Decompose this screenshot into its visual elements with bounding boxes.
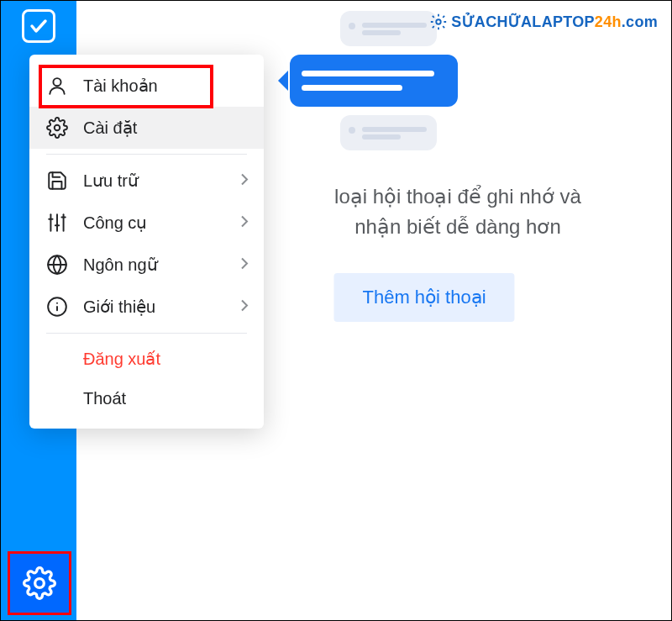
- menu-label: Lưu trữ: [83, 171, 139, 191]
- menu-item-account[interactable]: Tài khoản: [29, 65, 264, 107]
- gear-icon: [46, 117, 68, 139]
- menu-label: Công cụ: [83, 213, 147, 233]
- gear-icon: [23, 566, 56, 600]
- menu-item-storage[interactable]: Lưu trữ: [29, 160, 264, 202]
- info-icon: [46, 296, 68, 318]
- menu-item-settings[interactable]: Cài đặt: [29, 107, 264, 149]
- svg-point-3: [55, 125, 60, 131]
- main-description: loại hội thoại để ghi nhớ và nhận biết d…: [261, 182, 654, 242]
- watermark: SỬACHỮALAPTOP24h.com: [429, 13, 658, 31]
- menu-label: Tài khoản: [83, 76, 158, 96]
- menu-label: Đăng xuất: [83, 349, 160, 369]
- chevron-right-icon: [240, 213, 249, 233]
- save-icon: [46, 170, 68, 192]
- sidebar-settings-button[interactable]: [8, 551, 71, 615]
- svg-point-2: [53, 78, 60, 86]
- add-conversation-button[interactable]: Thêm hội thoại: [333, 273, 514, 322]
- svg-point-1: [437, 19, 442, 24]
- menu-label: Cài đặt: [83, 118, 137, 138]
- menu-item-exit[interactable]: Thoát: [29, 379, 264, 418]
- globe-icon: [46, 254, 68, 276]
- menu-label: Giới thiệu: [83, 297, 155, 317]
- watermark-gear-icon: [429, 13, 448, 31]
- chevron-right-icon: [240, 171, 249, 191]
- menu-item-tools[interactable]: Công cụ: [29, 202, 264, 244]
- divider: [46, 333, 247, 334]
- menu-item-about[interactable]: Giới thiệu: [29, 286, 264, 328]
- chevron-right-icon: [240, 297, 249, 317]
- svg-point-0: [35, 579, 45, 588]
- menu-label: Thoát: [83, 389, 126, 408]
- sidebar-check-icon[interactable]: [22, 9, 55, 43]
- menu-item-language[interactable]: Ngôn ngữ: [29, 244, 264, 286]
- main-desc-line1: loại hội thoại để ghi nhớ và: [261, 182, 654, 212]
- menu-item-logout[interactable]: Đăng xuất: [29, 339, 264, 379]
- chevron-right-icon: [240, 255, 249, 275]
- sliders-icon: [46, 212, 68, 234]
- main-desc-line2: nhận biết dễ dàng hơn: [261, 212, 654, 242]
- menu-label: Ngôn ngữ: [83, 255, 158, 275]
- divider: [46, 154, 247, 155]
- user-icon: [46, 75, 68, 97]
- settings-popup: Tài khoản Cài đặt Lưu trữ Công cụ Ngôn n…: [29, 55, 264, 429]
